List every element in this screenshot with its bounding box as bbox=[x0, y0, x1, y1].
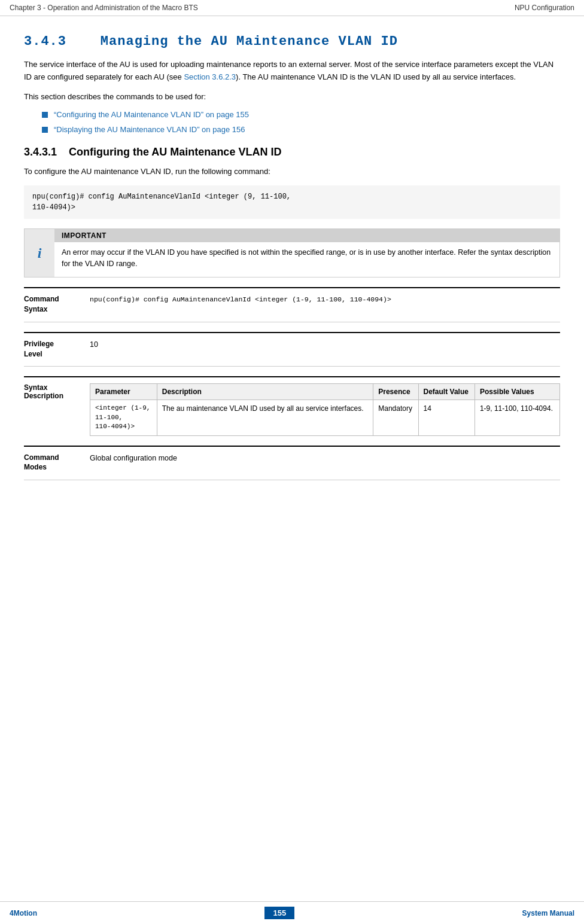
section-343-heading: Managing the AU Maintenance VLAN ID bbox=[101, 34, 398, 49]
syntax-desc-label: SyntaxDescription bbox=[24, 383, 90, 400]
link-display-vlan[interactable]: “Displaying the AU Maintenance VLAN ID” … bbox=[54, 125, 245, 134]
command-syntax-row: CommandSyntax npu(config)# config AuMain… bbox=[24, 294, 560, 322]
privilege-level-label: PrivilegeLevel bbox=[24, 339, 90, 359]
privilege-level-value: 10 bbox=[90, 339, 560, 350]
section-343-number: 3.4.3 bbox=[24, 34, 66, 49]
link-configure-vlan[interactable]: “Configuring the AU Maintenance VLAN ID”… bbox=[54, 110, 249, 119]
privilege-level-section: PrivilegeLevel 10 bbox=[24, 332, 560, 367]
syntax-table: Parameter Description Presence Default V… bbox=[90, 383, 560, 435]
bullet-item-1: “Configuring the AU Maintenance VLAN ID”… bbox=[42, 110, 560, 119]
important-text: An error may occur if the VLAN ID you ha… bbox=[54, 242, 559, 275]
param-presence: Mandatory bbox=[373, 400, 418, 435]
param-possible: 1-9, 11-100, 110-4094. bbox=[474, 400, 559, 435]
page-header: Chapter 3 - Operation and Administration… bbox=[0, 0, 584, 16]
footer-right: System Manual bbox=[522, 909, 574, 917]
command-syntax-section: CommandSyntax npu(config)# config AuMain… bbox=[24, 287, 560, 322]
section-343-intro: The service interface of the AU is used … bbox=[24, 59, 560, 84]
section-3431-intro: To configure the AU maintenance VLAN ID,… bbox=[24, 166, 560, 178]
page-footer: 4Motion 155 System Manual bbox=[0, 901, 584, 924]
section-3431-title: 3.4.3.1 Configuring the AU Maintenance V… bbox=[24, 146, 560, 158]
section-3431-number: 3.4.3.1 bbox=[24, 146, 57, 158]
command-modes-row: CommandModes Global configuration mode bbox=[24, 453, 560, 481]
section-343-title: 3.4.3 Managing the AU Maintenance VLAN I… bbox=[24, 34, 560, 49]
section-343-links: “Configuring the AU Maintenance VLAN ID”… bbox=[42, 110, 560, 134]
important-box: i IMPORTANT An error may occur if the VL… bbox=[24, 228, 560, 277]
important-icon: i bbox=[38, 245, 42, 261]
col-header-default: Default Value bbox=[418, 384, 474, 400]
command-modes-section: CommandModes Global configuration mode bbox=[24, 446, 560, 481]
bullet-icon-2 bbox=[42, 127, 48, 133]
command-syntax-value: npu(config)# config AuMaintenanceVlanId … bbox=[90, 294, 560, 304]
col-header-parameter: Parameter bbox=[90, 384, 157, 400]
command-modes-label: CommandModes bbox=[24, 453, 90, 473]
command-block: npu(config)# config AuMaintenanceVlanId … bbox=[24, 185, 560, 219]
syntax-table-row: <integer (1-9,11-100,110-4094)> The au m… bbox=[90, 400, 560, 435]
footer-page-number: 155 bbox=[264, 907, 294, 919]
bullet-item-2: “Displaying the AU Maintenance VLAN ID” … bbox=[42, 125, 560, 134]
command-modes-value: Global configuration mode bbox=[90, 453, 560, 464]
syntax-table-wrap: Parameter Description Presence Default V… bbox=[90, 383, 560, 435]
header-chapter: Chapter 3 - Operation and Administration… bbox=[10, 4, 198, 12]
privilege-level-row: PrivilegeLevel 10 bbox=[24, 339, 560, 367]
header-section: NPU Configuration bbox=[515, 4, 574, 12]
important-content: IMPORTANT An error may occur if the VLAN… bbox=[54, 229, 559, 275]
footer-left: 4Motion bbox=[10, 909, 37, 917]
syntax-table-header-row: Parameter Description Presence Default V… bbox=[90, 384, 560, 400]
bullet-icon-1 bbox=[42, 112, 48, 118]
important-icon-col: i bbox=[25, 229, 54, 277]
syntax-desc-section: SyntaxDescription Parameter Description … bbox=[24, 376, 560, 435]
important-header: IMPORTANT bbox=[54, 229, 559, 242]
param-name: <integer (1-9,11-100,110-4094)> bbox=[90, 400, 157, 435]
col-header-possible: Possible Values bbox=[474, 384, 559, 400]
col-header-description: Description bbox=[157, 384, 373, 400]
command-text: npu(config)# config AuMaintenanceVlanId … bbox=[32, 193, 291, 212]
param-description: The au maintenance VLAN ID used by all a… bbox=[157, 400, 373, 435]
command-syntax-label: CommandSyntax bbox=[24, 294, 90, 315]
section-link-3623[interactable]: Section 3.6.2.3 bbox=[184, 72, 236, 81]
section-343-desc: This section describes the commands to b… bbox=[24, 91, 560, 103]
param-default: 14 bbox=[418, 400, 474, 435]
section-3431-heading: Configuring the AU Maintenance VLAN ID bbox=[69, 146, 281, 158]
main-content: 3.4.3 Managing the AU Maintenance VLAN I… bbox=[0, 16, 584, 534]
col-header-presence: Presence bbox=[373, 384, 418, 400]
syntax-desc-row: SyntaxDescription Parameter Description … bbox=[24, 383, 560, 435]
